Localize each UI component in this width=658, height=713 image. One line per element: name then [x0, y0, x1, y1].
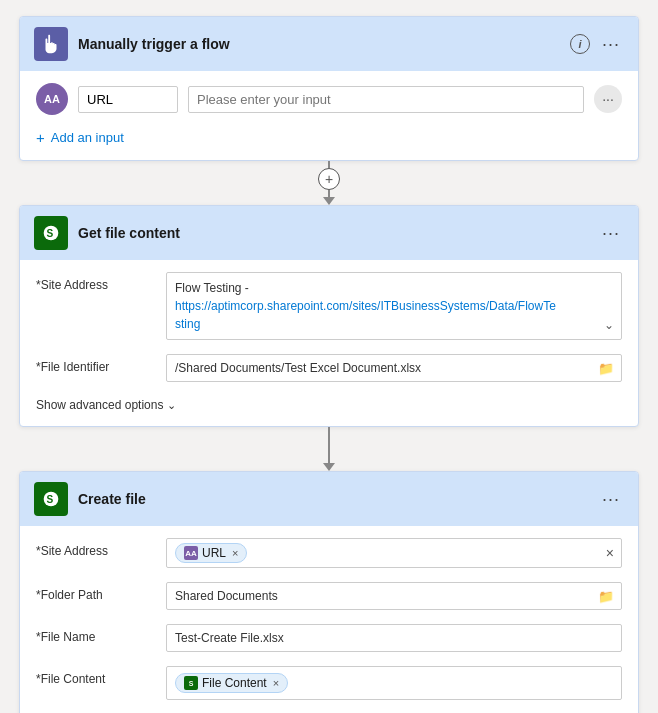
get-file-header-actions: ··· [598, 221, 624, 246]
url-chip-label: URL [202, 546, 226, 560]
file-name-row: *File Name Test-Create File.xlsx [36, 624, 622, 652]
line-bottom [328, 190, 330, 197]
site-address-line1: Flow Testing - [175, 279, 593, 297]
file-content-chip: S File Content × [175, 673, 288, 693]
get-file-title: Get file content [78, 225, 588, 241]
file-identifier-value: /Shared Documents/Test Excel Document.xl… [175, 361, 421, 375]
line [328, 427, 330, 463]
create-file-card-header: S Create file ··· [20, 472, 638, 526]
file-identifier-row: *File Identifier /Shared Documents/Test … [36, 354, 622, 382]
connector-2 [323, 427, 335, 471]
file-content-label: *File Content [36, 666, 156, 686]
create-file-header-actions: ··· [598, 487, 624, 512]
placeholder-input[interactable] [188, 86, 584, 113]
file-identifier-field[interactable]: /Shared Documents/Test Excel Document.xl… [166, 354, 622, 382]
folder-icon-create: 📁 [598, 589, 614, 604]
sharepoint-icon-get: S [34, 216, 68, 250]
site-address-field-wrap: Flow Testing - https://aptimcorp.sharepo… [166, 272, 622, 340]
arrow-down-2 [323, 463, 335, 471]
url-chip: AA URL × [175, 543, 247, 563]
avatar: AA [36, 83, 68, 115]
get-file-card: S Get file content ··· *Site Address Flo… [19, 205, 639, 427]
url-input-row: AA ··· [36, 83, 622, 115]
file-content-chip-close[interactable]: × [273, 677, 279, 689]
get-file-menu-button[interactable]: ··· [598, 221, 624, 246]
folder-icon: 📁 [598, 361, 614, 376]
ellipsis-icon: ··· [602, 34, 620, 55]
trigger-title: Manually trigger a flow [78, 36, 560, 52]
add-input-button[interactable]: + Add an input [36, 127, 124, 148]
svg-text:S: S [46, 228, 53, 239]
folder-path-wrap: Shared Documents 📁 [166, 582, 622, 610]
folder-path-value: Shared Documents [175, 589, 278, 603]
chevron-down-icon: ⌄ [604, 318, 614, 332]
trigger-card-header: Manually trigger a flow i ··· [20, 17, 638, 71]
site-address-line3: sting [175, 315, 593, 333]
create-file-title: Create file [78, 491, 588, 507]
sharepoint-icon-create: S [34, 482, 68, 516]
plus-icon: + [36, 129, 45, 146]
flow-canvas: Manually trigger a flow i ··· AA ··· + A… [19, 16, 639, 713]
ellipsis-icon: ··· [602, 489, 620, 510]
get-file-card-header: S Get file content ··· [20, 206, 638, 260]
site-address-field[interactable]: Flow Testing - https://aptimcorp.sharepo… [166, 272, 622, 340]
input-row-menu-button[interactable]: ··· [594, 85, 622, 113]
create-site-address-field[interactable]: AA URL × [166, 538, 622, 568]
file-content-row: *File Content S File Content × [36, 666, 622, 700]
file-identifier-label: *File Identifier [36, 354, 156, 374]
show-advanced-button[interactable]: Show advanced options ⌄ [36, 396, 176, 414]
arrow-down [323, 197, 335, 205]
ellipsis-icon: ··· [602, 91, 614, 107]
url-chip-close[interactable]: × [232, 547, 238, 559]
folder-path-field[interactable]: Shared Documents [166, 582, 622, 610]
file-content-field[interactable]: S File Content × [166, 666, 622, 700]
add-input-label: Add an input [51, 130, 124, 145]
ellipsis-icon: ··· [602, 223, 620, 244]
get-file-card-body: *Site Address Flow Testing - https://apt… [20, 260, 638, 426]
create-site-address-label: *Site Address [36, 538, 156, 558]
url-chip-icon: AA [184, 546, 198, 560]
line-top [328, 161, 330, 168]
site-address-row: *Site Address Flow Testing - https://apt… [36, 272, 622, 340]
create-file-menu-button[interactable]: ··· [598, 487, 624, 512]
file-content-chip-icon: S [184, 676, 198, 690]
file-identifier-field-wrap: /Shared Documents/Test Excel Document.xl… [166, 354, 622, 382]
info-icon[interactable]: i [570, 34, 590, 54]
site-address-line2: https://aptimcorp.sharepoint.com/sites/I… [175, 297, 593, 315]
chevron-down-icon: ⌄ [167, 399, 176, 412]
create-site-address-wrap: AA URL × × [166, 538, 622, 568]
connector-1: + [318, 161, 340, 205]
svg-text:S: S [46, 494, 53, 505]
trigger-icon [34, 27, 68, 61]
url-label-input[interactable] [78, 86, 178, 113]
file-name-label: *File Name [36, 624, 156, 644]
file-name-value: Test-Create File.xlsx [175, 631, 284, 645]
trigger-card-body: AA ··· + Add an input [20, 71, 638, 160]
trigger-header-actions: i ··· [570, 32, 624, 57]
file-name-field[interactable]: Test-Create File.xlsx [166, 624, 622, 652]
trigger-menu-button[interactable]: ··· [598, 32, 624, 57]
file-content-chip-label: File Content [202, 676, 267, 690]
add-step-button[interactable]: + [318, 168, 340, 190]
create-site-address-row: *Site Address AA URL × × [36, 538, 622, 568]
create-file-card-body: *Site Address AA URL × × *Folder Path [20, 526, 638, 713]
trigger-card: Manually trigger a flow i ··· AA ··· + A… [19, 16, 639, 161]
site-address-clear-button[interactable]: × [606, 545, 614, 561]
site-address-label: *Site Address [36, 272, 156, 292]
folder-path-row: *Folder Path Shared Documents 📁 [36, 582, 622, 610]
show-advanced-label: Show advanced options [36, 398, 163, 412]
create-file-card: S Create file ··· *Site Address AA URL [19, 471, 639, 713]
folder-path-label: *Folder Path [36, 582, 156, 602]
